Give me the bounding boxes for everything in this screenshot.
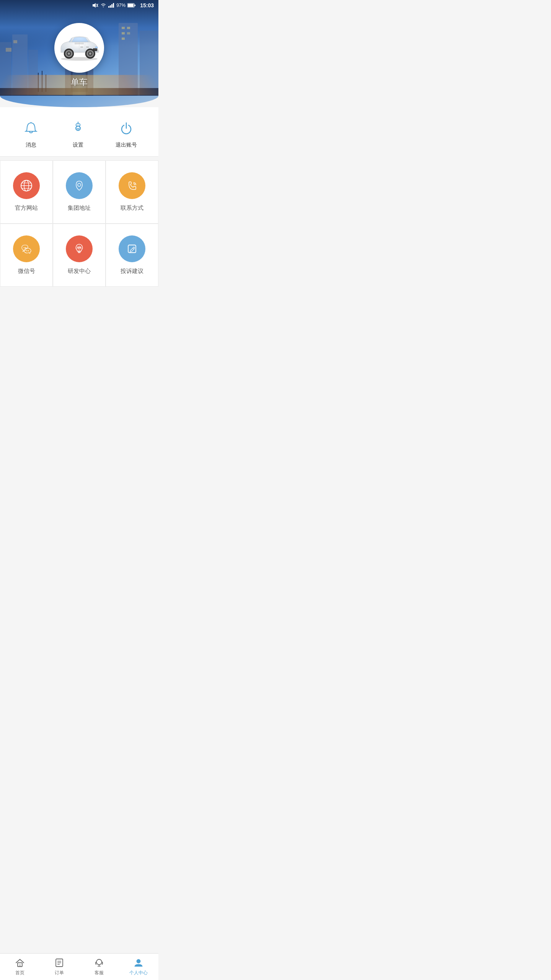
official-website-item[interactable]: 官方网站 bbox=[0, 160, 53, 224]
settings-action[interactable]: 设置 bbox=[68, 119, 88, 149]
group-address-label: 集团地址 bbox=[68, 204, 91, 212]
battery-icon bbox=[127, 3, 136, 8]
settings-label: 设置 bbox=[73, 142, 83, 149]
svg-rect-8 bbox=[128, 4, 134, 7]
svg-line-66 bbox=[134, 247, 135, 248]
contact-label: 联系方式 bbox=[121, 204, 143, 212]
bulb-icon-circle bbox=[66, 235, 93, 262]
wechat-icon-circle bbox=[13, 235, 40, 262]
signal-icon bbox=[108, 3, 114, 8]
official-website-label: 官方网站 bbox=[15, 204, 38, 212]
globe-icon-circle bbox=[13, 172, 40, 199]
svg-point-60 bbox=[28, 250, 29, 251]
phone-icon-circle bbox=[119, 172, 145, 199]
car-image bbox=[56, 29, 102, 67]
wechat-label: 微信号 bbox=[18, 268, 35, 275]
svg-rect-13 bbox=[6, 48, 11, 52]
svg-point-33 bbox=[95, 46, 98, 48]
svg-rect-47 bbox=[75, 42, 84, 44]
svg-point-56 bbox=[78, 183, 81, 186]
wechat-item[interactable]: 微信号 bbox=[0, 224, 53, 287]
status-time: 15:03 bbox=[140, 2, 154, 8]
rnd-center-label: 研发中心 bbox=[68, 268, 91, 275]
power-icon bbox=[117, 119, 136, 138]
svg-rect-45 bbox=[86, 47, 89, 47]
svg-rect-5 bbox=[111, 4, 112, 8]
svg-rect-44 bbox=[80, 47, 83, 47]
svg-point-41 bbox=[89, 52, 91, 55]
svg-rect-4 bbox=[110, 5, 111, 8]
mute-icon bbox=[92, 3, 98, 8]
svg-rect-23 bbox=[122, 32, 125, 34]
svg-rect-21 bbox=[122, 27, 125, 29]
logout-action[interactable]: 退出账号 bbox=[116, 119, 137, 149]
svg-rect-24 bbox=[127, 32, 130, 34]
svg-point-57 bbox=[24, 247, 24, 248]
bell-icon bbox=[21, 119, 41, 138]
svg-line-65 bbox=[133, 247, 134, 248]
svg-rect-25 bbox=[122, 38, 125, 40]
messages-action[interactable]: 消息 bbox=[21, 119, 41, 149]
logout-label: 退出账号 bbox=[116, 142, 137, 149]
svg-rect-32 bbox=[93, 50, 96, 50]
battery-text: 97% bbox=[116, 3, 126, 8]
complaints-label: 投诉建议 bbox=[121, 268, 143, 275]
hero-section: 单车 bbox=[0, 0, 158, 107]
svg-point-58 bbox=[25, 247, 26, 248]
svg-point-46 bbox=[61, 57, 98, 61]
svg-rect-9 bbox=[135, 5, 136, 6]
grid-menu: 官方网站 集团地址 联系方式 bbox=[0, 160, 158, 287]
quick-actions-bar: 消息 设置 退出账号 bbox=[0, 107, 158, 157]
car-avatar bbox=[54, 23, 104, 73]
car-name: 单车 bbox=[0, 77, 158, 88]
wifi-icon bbox=[100, 3, 106, 8]
rnd-center-item[interactable]: 研发中心 bbox=[53, 224, 106, 287]
complaints-item[interactable]: 投诉建议 bbox=[106, 224, 158, 287]
location-icon-circle bbox=[66, 172, 93, 199]
status-bar: 97% 15:03 bbox=[0, 0, 158, 11]
gear-icon bbox=[68, 119, 88, 138]
svg-line-67 bbox=[134, 248, 135, 249]
svg-point-59 bbox=[26, 250, 27, 251]
status-icons: 97% 15:03 bbox=[92, 2, 154, 8]
svg-rect-3 bbox=[108, 6, 109, 8]
contact-item[interactable]: 联系方式 bbox=[106, 160, 158, 224]
svg-rect-14 bbox=[13, 40, 17, 43]
svg-marker-0 bbox=[93, 3, 96, 8]
messages-label: 消息 bbox=[26, 142, 36, 149]
edit-icon-circle bbox=[119, 235, 145, 262]
svg-rect-31 bbox=[93, 49, 96, 49]
svg-point-37 bbox=[68, 52, 70, 55]
svg-rect-22 bbox=[127, 27, 130, 29]
svg-rect-6 bbox=[113, 3, 114, 8]
group-address-item[interactable]: 集团地址 bbox=[53, 160, 106, 224]
